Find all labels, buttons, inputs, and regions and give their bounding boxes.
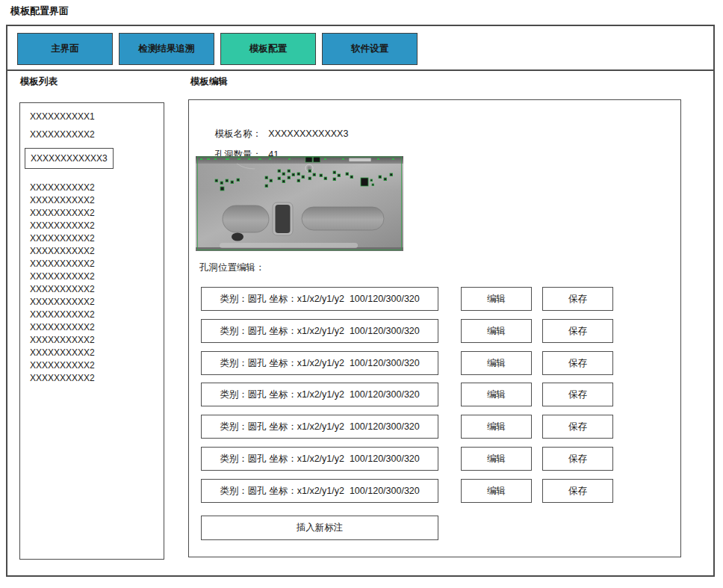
list-item[interactable]: XXXXXXXXXX2 [30, 283, 95, 296]
edit-button[interactable]: 编辑 [461, 479, 532, 503]
insert-annotation-button[interactable]: 插入新标注 [201, 516, 438, 540]
save-button[interactable]: 保存 [542, 479, 613, 503]
hole-row: 类别：圆孔 坐标：x1/x2/y1/y2 100/120/300/320 编辑 … [189, 319, 682, 343]
save-button[interactable]: 保存 [542, 447, 613, 471]
list-item[interactable]: XXXXXXXXXX2 [30, 258, 95, 270]
hole-row: 类别：圆孔 坐标：x1/x2/y1/y2 100/120/300/320 编辑 … [189, 287, 682, 311]
edit-button[interactable]: 编辑 [461, 383, 532, 406]
list-item[interactable]: XXXXXXXXXX2 [30, 347, 95, 359]
list-item-selected[interactable]: XXXXXXXXXXXX3 [25, 148, 114, 169]
save-button[interactable]: 保存 [542, 351, 613, 375]
tab-result-trace[interactable]: 检测结果追溯 [119, 33, 214, 65]
save-button[interactable]: 保存 [542, 319, 613, 343]
edit-button[interactable]: 编辑 [461, 415, 532, 439]
list-item[interactable]: XXXXXXXXXX2 [30, 321, 95, 334]
edit-button[interactable]: 编辑 [461, 319, 532, 343]
hole-row-field[interactable]: 类别：圆孔 坐标：x1/x2/y1/y2 100/120/300/320 [201, 287, 438, 311]
save-button[interactable]: 保存 [542, 287, 613, 311]
template-name-value: XXXXXXXXXXXX3 [268, 129, 348, 139]
template-edit-label: 模板编辑 [190, 75, 228, 87]
hole-row: 类别：圆孔 坐标：x1/x2/y1/y2 100/120/300/320 编辑 … [189, 383, 682, 406]
hole-row: 类别：圆孔 坐标：x1/x2/y1/y2 100/120/300/320 编辑 … [189, 479, 682, 503]
list-item[interactable]: XXXXXXXXXX2 [30, 220, 95, 232]
list-item[interactable]: XXXXXXXXXX2 [30, 296, 95, 309]
edit-button[interactable]: 编辑 [461, 287, 532, 311]
list-item[interactable]: XXXXXXXXXX2 [30, 207, 95, 220]
template-image [196, 156, 403, 251]
edit-button[interactable]: 编辑 [461, 447, 532, 471]
hole-row-field[interactable]: 类别：圆孔 坐标：x1/x2/y1/y2 100/120/300/320 [201, 447, 438, 471]
save-button[interactable]: 保存 [542, 415, 613, 439]
hole-row-field[interactable]: 类别：圆孔 坐标：x1/x2/y1/y2 100/120/300/320 [201, 383, 438, 406]
hole-row: 类别：圆孔 坐标：x1/x2/y1/y2 100/120/300/320 编辑 … [189, 447, 682, 471]
template-edit-panel: 模板名称：XXXXXXXXXXXX3 孔洞数量：41 [188, 99, 681, 557]
list-item[interactable]: XXXXXXXXXX2 [30, 194, 95, 207]
list-item-group: XXXXXXXXXX2 XXXXXXXXXX2 XXXXXXXXXX2 XXXX… [30, 182, 95, 385]
list-item[interactable]: XXXXXXXXXX1 [30, 111, 95, 123]
position-edit-label: 孔洞位置编辑： [199, 261, 265, 273]
panel-photo [196, 156, 403, 251]
tab-main[interactable]: 主界面 [17, 33, 113, 65]
hole-row: 类别：圆孔 坐标：x1/x2/y1/y2 100/120/300/320 编辑 … [189, 415, 682, 439]
tab-software-settings[interactable]: 软件设置 [322, 33, 418, 65]
hole-row-field[interactable]: 类别：圆孔 坐标：x1/x2/y1/y2 100/120/300/320 [201, 415, 438, 439]
tab-divider [7, 69, 713, 71]
main-window: 主界面 检测结果追溯 模板配置 软件设置 模板列表 XXXXXXXXXX1 XX… [6, 25, 715, 577]
page-title: 模板配置界面 [10, 4, 69, 18]
hole-row-field[interactable]: 类别：圆孔 坐标：x1/x2/y1/y2 100/120/300/320 [201, 479, 438, 503]
list-item[interactable]: XXXXXXXXXX2 [30, 270, 95, 283]
edit-button[interactable]: 编辑 [461, 351, 532, 375]
list-item[interactable]: XXXXXXXXXX2 [30, 334, 95, 347]
save-button[interactable]: 保存 [542, 383, 613, 406]
list-item[interactable]: XXXXXXXXXX2 [30, 309, 95, 321]
template-list-label: 模板列表 [20, 75, 58, 87]
hole-row-field[interactable]: 类别：圆孔 坐标：x1/x2/y1/y2 100/120/300/320 [201, 319, 438, 343]
hole-row-field[interactable]: 类别：圆孔 坐标：x1/x2/y1/y2 100/120/300/320 [201, 351, 438, 375]
list-item[interactable]: XXXXXXXXXX2 [30, 245, 95, 258]
list-item[interactable]: XXXXXXXXXX2 [30, 129, 95, 141]
hole-row: 类别：圆孔 坐标：x1/x2/y1/y2 100/120/300/320 编辑 … [189, 351, 682, 375]
list-item[interactable]: XXXXXXXXXX2 [30, 232, 95, 245]
tab-template-config[interactable]: 模板配置 [220, 33, 316, 65]
list-item[interactable]: XXXXXXXXXX2 [30, 372, 95, 385]
template-list: XXXXXXXXXX1 XXXXXXXXXX2 XXXXXXXXXXXX3 XX… [19, 102, 164, 560]
list-item[interactable]: XXXXXXXXXX2 [30, 359, 95, 372]
list-item[interactable]: XXXXXXXXXX2 [30, 182, 95, 194]
